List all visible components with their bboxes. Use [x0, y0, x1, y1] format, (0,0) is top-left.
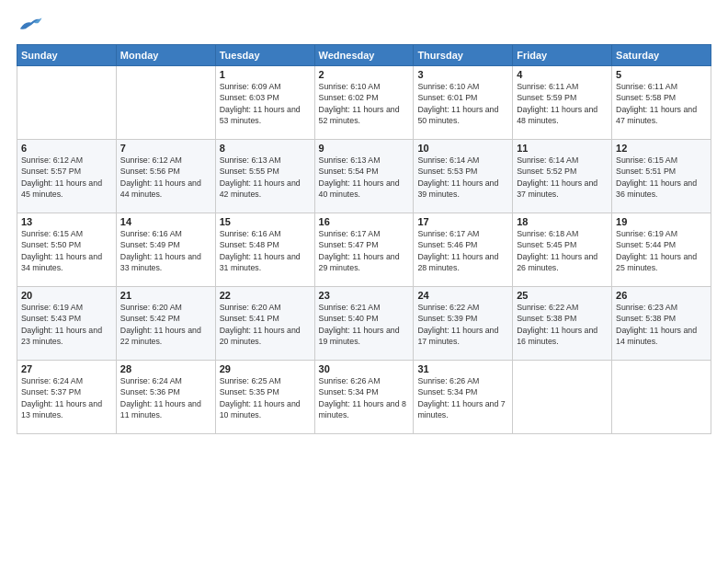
day-number: 3: [417, 69, 508, 80]
calendar-cell: 13Sunrise: 6:15 AM Sunset: 5:50 PM Dayli…: [17, 213, 117, 287]
day-detail: Sunrise: 6:25 AM Sunset: 5:35 PM Dayligh…: [220, 375, 311, 420]
day-detail: Sunrise: 6:11 AM Sunset: 5:59 PM Dayligh…: [517, 81, 608, 126]
day-number: 12: [616, 143, 707, 154]
day-detail: Sunrise: 6:17 AM Sunset: 5:46 PM Dayligh…: [417, 228, 508, 273]
day-number: 28: [120, 363, 211, 374]
day-number: 5: [616, 69, 707, 80]
day-number: 10: [417, 143, 508, 154]
calendar-cell: 29Sunrise: 6:25 AM Sunset: 5:35 PM Dayli…: [215, 361, 314, 434]
calendar-week-row: 13Sunrise: 6:15 AM Sunset: 5:50 PM Dayli…: [17, 213, 711, 287]
day-number: 15: [220, 216, 311, 227]
weekday-header-sunday: Sunday: [17, 45, 117, 66]
day-detail: Sunrise: 6:16 AM Sunset: 5:48 PM Dayligh…: [220, 228, 311, 273]
day-number: 16: [319, 216, 410, 227]
day-detail: Sunrise: 6:12 AM Sunset: 5:56 PM Dayligh…: [120, 155, 211, 200]
calendar-cell: 18Sunrise: 6:18 AM Sunset: 5:45 PM Dayli…: [513, 213, 612, 287]
weekday-header-monday: Monday: [116, 45, 215, 66]
calendar-cell: 15Sunrise: 6:16 AM Sunset: 5:48 PM Dayli…: [215, 213, 314, 287]
calendar-week-row: 27Sunrise: 6:24 AM Sunset: 5:37 PM Dayli…: [17, 361, 711, 434]
day-detail: Sunrise: 6:14 AM Sunset: 5:53 PM Dayligh…: [417, 155, 508, 200]
day-number: 21: [120, 290, 211, 301]
calendar-cell: 6Sunrise: 6:12 AM Sunset: 5:57 PM Daylig…: [17, 140, 117, 213]
day-detail: Sunrise: 6:14 AM Sunset: 5:52 PM Dayligh…: [517, 155, 608, 200]
calendar-table: SundayMondayTuesdayWednesdayThursdayFrid…: [17, 44, 711, 434]
calendar-week-row: 20Sunrise: 6:19 AM Sunset: 5:43 PM Dayli…: [17, 287, 711, 361]
day-number: 2: [319, 69, 410, 80]
calendar-cell: 11Sunrise: 6:14 AM Sunset: 5:52 PM Dayli…: [513, 140, 612, 213]
weekday-header-wednesday: Wednesday: [314, 45, 414, 66]
calendar-week-row: 1Sunrise: 6:09 AM Sunset: 6:03 PM Daylig…: [17, 66, 711, 140]
weekday-header-thursday: Thursday: [414, 45, 513, 66]
day-number: 1: [220, 69, 311, 80]
day-detail: Sunrise: 6:21 AM Sunset: 5:40 PM Dayligh…: [319, 302, 410, 347]
calendar-cell: [612, 361, 711, 434]
calendar-cell: [116, 66, 215, 140]
calendar-cell: 19Sunrise: 6:19 AM Sunset: 5:44 PM Dayli…: [612, 213, 711, 287]
calendar-cell: 30Sunrise: 6:26 AM Sunset: 5:34 PM Dayli…: [314, 361, 414, 434]
calendar-cell: 21Sunrise: 6:20 AM Sunset: 5:42 PM Dayli…: [116, 287, 215, 361]
calendar-cell: 25Sunrise: 6:22 AM Sunset: 5:38 PM Dayli…: [513, 287, 612, 361]
day-detail: Sunrise: 6:16 AM Sunset: 5:49 PM Dayligh…: [120, 228, 211, 273]
day-detail: Sunrise: 6:20 AM Sunset: 5:42 PM Dayligh…: [120, 302, 211, 347]
day-number: 4: [517, 69, 608, 80]
calendar-cell: 20Sunrise: 6:19 AM Sunset: 5:43 PM Dayli…: [17, 287, 117, 361]
day-number: 25: [517, 290, 608, 301]
day-detail: Sunrise: 6:10 AM Sunset: 6:02 PM Dayligh…: [319, 81, 410, 126]
calendar-cell: [17, 66, 117, 140]
day-number: 31: [417, 363, 508, 374]
day-number: 9: [319, 143, 410, 154]
calendar-cell: 8Sunrise: 6:13 AM Sunset: 5:55 PM Daylig…: [215, 140, 314, 213]
calendar-cell: 31Sunrise: 6:26 AM Sunset: 5:34 PM Dayli…: [414, 361, 513, 434]
calendar-cell: 17Sunrise: 6:17 AM Sunset: 5:46 PM Dayli…: [414, 213, 513, 287]
day-detail: Sunrise: 6:24 AM Sunset: 5:37 PM Dayligh…: [21, 375, 112, 420]
day-number: 18: [517, 216, 608, 227]
day-detail: Sunrise: 6:20 AM Sunset: 5:41 PM Dayligh…: [220, 302, 311, 347]
weekday-header-tuesday: Tuesday: [215, 45, 314, 66]
calendar-cell: 26Sunrise: 6:23 AM Sunset: 5:38 PM Dayli…: [612, 287, 711, 361]
calendar-cell: 28Sunrise: 6:24 AM Sunset: 5:36 PM Dayli…: [116, 361, 215, 434]
weekday-header-friday: Friday: [513, 45, 612, 66]
day-number: 27: [21, 363, 112, 374]
calendar-cell: 4Sunrise: 6:11 AM Sunset: 5:59 PM Daylig…: [513, 66, 612, 140]
calendar-cell: 14Sunrise: 6:16 AM Sunset: 5:49 PM Dayli…: [116, 213, 215, 287]
page: SundayMondayTuesdayWednesdayThursdayFrid…: [0, 0, 728, 563]
calendar-cell: 5Sunrise: 6:11 AM Sunset: 5:58 PM Daylig…: [612, 66, 711, 140]
day-number: 23: [319, 290, 410, 301]
calendar-cell: 3Sunrise: 6:10 AM Sunset: 6:01 PM Daylig…: [414, 66, 513, 140]
calendar-header-row: SundayMondayTuesdayWednesdayThursdayFrid…: [17, 45, 711, 66]
day-detail: Sunrise: 6:10 AM Sunset: 6:01 PM Dayligh…: [417, 81, 508, 126]
day-detail: Sunrise: 6:17 AM Sunset: 5:47 PM Dayligh…: [319, 228, 410, 273]
day-detail: Sunrise: 6:22 AM Sunset: 5:38 PM Dayligh…: [517, 302, 608, 347]
calendar-cell: 22Sunrise: 6:20 AM Sunset: 5:41 PM Dayli…: [215, 287, 314, 361]
calendar-cell: 7Sunrise: 6:12 AM Sunset: 5:56 PM Daylig…: [116, 140, 215, 213]
day-detail: Sunrise: 6:11 AM Sunset: 5:58 PM Dayligh…: [616, 81, 707, 126]
day-detail: Sunrise: 6:19 AM Sunset: 5:44 PM Dayligh…: [616, 228, 707, 273]
header: [17, 15, 711, 35]
day-number: 20: [21, 290, 112, 301]
day-detail: Sunrise: 6:19 AM Sunset: 5:43 PM Dayligh…: [21, 302, 112, 347]
day-detail: Sunrise: 6:18 AM Sunset: 5:45 PM Dayligh…: [517, 228, 608, 273]
day-detail: Sunrise: 6:15 AM Sunset: 5:51 PM Dayligh…: [616, 155, 707, 200]
calendar-cell: 9Sunrise: 6:13 AM Sunset: 5:54 PM Daylig…: [314, 140, 414, 213]
day-detail: Sunrise: 6:15 AM Sunset: 5:50 PM Dayligh…: [21, 228, 112, 273]
day-number: 22: [220, 290, 311, 301]
logo: [17, 15, 46, 35]
calendar-cell: 12Sunrise: 6:15 AM Sunset: 5:51 PM Dayli…: [612, 140, 711, 213]
day-detail: Sunrise: 6:26 AM Sunset: 5:34 PM Dayligh…: [319, 375, 410, 420]
day-detail: Sunrise: 6:09 AM Sunset: 6:03 PM Dayligh…: [220, 81, 311, 126]
day-detail: Sunrise: 6:13 AM Sunset: 5:55 PM Dayligh…: [220, 155, 311, 200]
calendar-cell: [513, 361, 612, 434]
day-number: 30: [319, 363, 410, 374]
calendar-cell: 10Sunrise: 6:14 AM Sunset: 5:53 PM Dayli…: [414, 140, 513, 213]
calendar-cell: 24Sunrise: 6:22 AM Sunset: 5:39 PM Dayli…: [414, 287, 513, 361]
calendar-cell: 23Sunrise: 6:21 AM Sunset: 5:40 PM Dayli…: [314, 287, 414, 361]
calendar-cell: 2Sunrise: 6:10 AM Sunset: 6:02 PM Daylig…: [314, 66, 414, 140]
day-detail: Sunrise: 6:22 AM Sunset: 5:39 PM Dayligh…: [417, 302, 508, 347]
day-number: 26: [616, 290, 707, 301]
day-number: 13: [21, 216, 112, 227]
calendar-cell: 1Sunrise: 6:09 AM Sunset: 6:03 PM Daylig…: [215, 66, 314, 140]
day-detail: Sunrise: 6:24 AM Sunset: 5:36 PM Dayligh…: [120, 375, 211, 420]
day-number: 7: [120, 143, 211, 154]
weekday-header-saturday: Saturday: [612, 45, 711, 66]
day-number: 24: [417, 290, 508, 301]
